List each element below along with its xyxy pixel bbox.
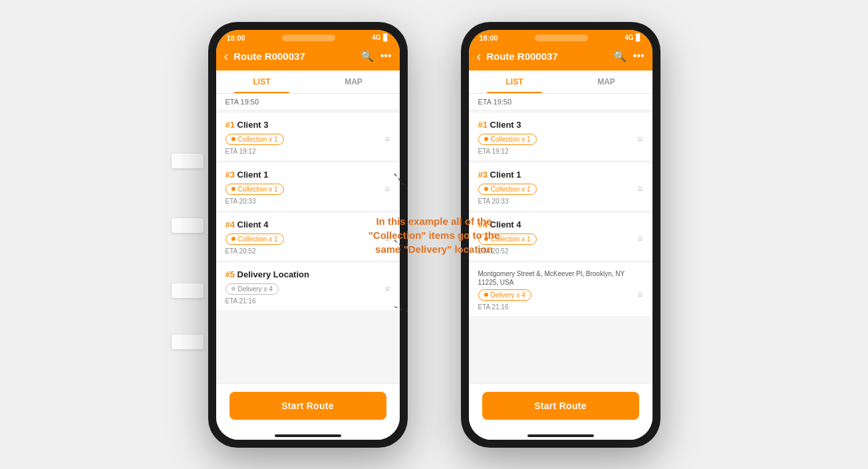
item-num-4-left: #5 bbox=[225, 269, 237, 279]
badge-label-1-left: Collection x 1 bbox=[238, 136, 278, 143]
badge-label-2-right: Collection x 1 bbox=[491, 186, 531, 193]
nav-bar-right: ‹ Route R000037 🔍 ••• bbox=[469, 45, 652, 71]
drag-handle-4-right[interactable]: ≡ bbox=[637, 289, 643, 300]
item-eta-4-right: ETA 21:16 bbox=[478, 303, 643, 311]
start-route-button-left[interactable]: Start Route bbox=[229, 392, 386, 420]
home-indicator-right bbox=[469, 430, 652, 440]
back-button-right[interactable]: ‹ bbox=[477, 49, 482, 64]
tab-list-left[interactable]: LIST bbox=[216, 71, 308, 93]
back-button-left[interactable]: ‹ bbox=[224, 49, 229, 64]
item-name-2-left: #3 Client 1 bbox=[225, 170, 390, 180]
tabs-right: LIST MAP bbox=[469, 71, 652, 94]
drag-handle-3-right[interactable]: ≡ bbox=[637, 234, 643, 244]
badge-label-3-left: Collection x 1 bbox=[238, 235, 278, 243]
network-icon-right: 4G bbox=[625, 34, 633, 41]
collection-badge-2-left: Collection x 1 bbox=[225, 184, 284, 195]
item-num-2-left: #3 bbox=[225, 170, 237, 180]
badge-row-1-right: Collection x 1 ≡ bbox=[478, 134, 643, 145]
badge-dot-1-left bbox=[231, 137, 235, 141]
nav-bar-left: ‹ Route R000037 🔍 ••• bbox=[216, 45, 400, 71]
route-item-2-right: #3 Client 1 Collection x 1 ≡ ETA 20:33 bbox=[469, 163, 652, 210]
eta-header-left: ETA 19:50 bbox=[216, 94, 400, 110]
tabs-left: LIST MAP bbox=[216, 71, 400, 94]
item-num-1-right: #1 bbox=[478, 120, 490, 130]
annotation-box-4 bbox=[172, 335, 204, 349]
badge-label-2-left: Collection x 1 bbox=[238, 186, 278, 193]
home-bar-left bbox=[275, 434, 341, 437]
delivery-badge-right: Delivery x 4 bbox=[478, 289, 531, 301]
tab-list-right[interactable]: LIST bbox=[469, 71, 561, 93]
battery-icon-left: ▊ bbox=[383, 34, 388, 41]
badge-row-4-right: Delivery x 4 ≡ bbox=[478, 289, 643, 301]
drag-handle-2-right[interactable]: ≡ bbox=[637, 184, 643, 194]
route-item-4-right: Montgomery Street &, McKeever Pl, Brookl… bbox=[469, 263, 652, 316]
network-icon-left: 4G bbox=[372, 34, 380, 41]
item-num-1-left: #1 bbox=[225, 120, 237, 130]
item-name-1-left: #1 Client 3 bbox=[225, 120, 390, 130]
item-eta-2-left: ETA 20:33 bbox=[225, 198, 390, 205]
drag-handle-1-left[interactable]: ≡ bbox=[384, 134, 390, 144]
battery-icon-right: ▊ bbox=[636, 34, 641, 41]
content-spacer-right bbox=[469, 319, 652, 383]
badge-label-1-right: Collection x 1 bbox=[491, 136, 531, 143]
route-item-1-right: #1 Client 3 Collection x 1 ≡ ETA 19:12 bbox=[469, 113, 652, 160]
item-name-2-right: #3 Client 1 bbox=[478, 170, 643, 180]
drag-handle-1-right[interactable]: ≡ bbox=[637, 134, 643, 144]
annotation-box-2 bbox=[172, 218, 204, 233]
nav-icons-left: 🔍 ••• bbox=[361, 50, 392, 63]
nav-title-right: Route R000037 bbox=[486, 51, 608, 62]
item-eta-1-left: ETA 19:12 bbox=[225, 148, 390, 155]
nav-icons-right: 🔍 ••• bbox=[613, 50, 645, 63]
route-item-1-left: #1 Client 3 Collection x 1 ≡ ETA 19:12 bbox=[216, 113, 400, 160]
collection-badge-1-left: Collection x 1 bbox=[225, 134, 284, 145]
collection-badge-2-right: Collection x 1 bbox=[478, 184, 537, 195]
item-num-2-right: #3 bbox=[478, 170, 490, 180]
eta-header-right: ETA 19:50 bbox=[469, 94, 652, 110]
badge-row-2-right: Collection x 1 ≡ bbox=[478, 184, 643, 195]
delivery-badge-left: Delivery x 4 bbox=[225, 283, 279, 295]
drag-handle-4-left[interactable]: ≡ bbox=[384, 283, 390, 294]
start-route-button-right[interactable]: Start Route bbox=[482, 392, 639, 420]
delivery-dot-left bbox=[231, 287, 235, 291]
drag-handle-2-left[interactable]: ≡ bbox=[384, 184, 390, 194]
more-icon-left[interactable]: ••• bbox=[380, 50, 392, 63]
badge-dot-3-left bbox=[231, 237, 235, 241]
delivery-label-right: Delivery x 4 bbox=[491, 291, 525, 299]
item-eta-1-right: ETA 19:12 bbox=[478, 148, 643, 155]
status-icons-right: 4G ▊ bbox=[625, 34, 641, 41]
collection-badge-3-left: Collection x 1 bbox=[225, 234, 284, 245]
annotation-box-1 bbox=[172, 154, 204, 168]
badge-row-4-left: Delivery x 4 ≡ bbox=[225, 283, 390, 295]
badge-row-2-left: Collection x 1 ≡ bbox=[225, 184, 390, 195]
start-btn-wrap-left: Start Route bbox=[216, 383, 400, 430]
item-name-4-left: #5 Delivery Location bbox=[225, 269, 390, 279]
tab-map-right[interactable]: MAP bbox=[561, 71, 652, 93]
home-bar-right bbox=[527, 434, 594, 437]
tab-map-left[interactable]: MAP bbox=[308, 71, 400, 93]
search-icon-right[interactable]: 🔍 bbox=[613, 50, 627, 63]
badge-dot-1-right bbox=[484, 137, 488, 141]
status-bar-left: 18:00 4G ▊ bbox=[216, 30, 400, 45]
badge-dot-2-right bbox=[484, 187, 488, 191]
item-name-1-right: #1 Client 3 bbox=[478, 120, 643, 130]
nav-title-left: Route R000037 bbox=[233, 51, 355, 62]
route-item-4-left: #5 Delivery Location Delivery x 4 ≡ ETA … bbox=[216, 263, 400, 310]
home-indicator-left bbox=[216, 430, 400, 440]
collection-badge-1-right: Collection x 1 bbox=[478, 134, 537, 145]
center-explanation-text: In this example all of the "Collection" … bbox=[361, 214, 507, 255]
search-icon-left[interactable]: 🔍 bbox=[361, 50, 374, 63]
item-eta-4-left: ETA 21:16 bbox=[225, 297, 390, 305]
status-time-left: 18:00 bbox=[227, 34, 245, 42]
content-spacer-left bbox=[216, 313, 400, 383]
delivery-label-left: Delivery x 4 bbox=[238, 285, 273, 293]
more-icon-right[interactable]: ••• bbox=[633, 50, 645, 63]
start-btn-wrap-right: Start Route bbox=[469, 383, 652, 430]
item-address-right: Montgomery Street &, McKeever Pl, Brookl… bbox=[478, 269, 643, 287]
delivery-dot-right bbox=[484, 293, 488, 297]
route-item-2-left: #3 Client 1 Collection x 1 ≡ ETA 20:33 bbox=[216, 163, 400, 210]
item-eta-2-right: ETA 20:33 bbox=[478, 198, 643, 205]
status-time-right: 18:00 bbox=[480, 34, 498, 42]
status-icons-left: 4G ▊ bbox=[372, 34, 388, 41]
scene: 18:00 4G ▊ ‹ Route R000037 🔍 ••• bbox=[0, 0, 868, 469]
phones-container: 18:00 4G ▊ ‹ Route R000037 🔍 ••• bbox=[208, 22, 660, 448]
